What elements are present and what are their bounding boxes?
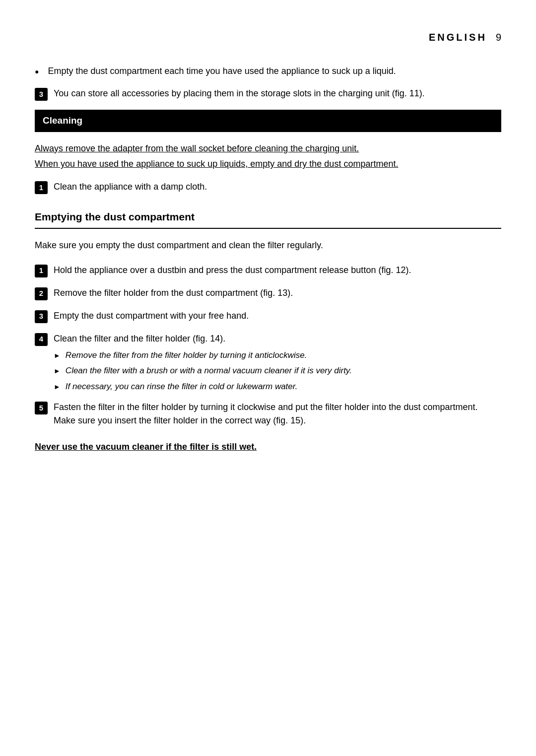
page-header: ENGLISH 9	[35, 30, 501, 45]
sub-bullet-arrow-icon-2: ►	[54, 366, 61, 376]
emptying-step-5-text: Fasten the filter in the filter holder b…	[54, 401, 501, 427]
cleaning-step-1: 1 Clean the appliance with a damp cloth.	[35, 180, 501, 194]
sub-bullet-2-text: Clean the filter with a brush or with a …	[66, 364, 501, 377]
emptying-step-3-text: Empty the dust compartment with your fre…	[54, 309, 501, 323]
cleaning-step-badge-1: 1	[35, 181, 48, 194]
cleaning-warning-1: Always remove the adapter from the wall …	[35, 142, 501, 156]
sub-bullet-arrow-icon-3: ►	[54, 382, 61, 392]
sub-bullet-3-text: If necessary, you can rinse the filter i…	[66, 380, 501, 393]
diamond-bullet-icon: ●	[35, 67, 39, 77]
emptying-step-badge-1: 1	[35, 265, 48, 277]
emptying-step-4: 4 Clean the filter and the filter holder…	[35, 332, 501, 346]
sub-bullet-1: ► Remove the filter from the filter hold…	[54, 349, 501, 362]
content-area: ● Empty the dust compartment each time y…	[35, 65, 501, 454]
cleaning-warning-2: When you have used the appliance to suck…	[35, 157, 501, 171]
never-text: Never use the vacuum cleaner if the filt…	[35, 440, 501, 454]
emptying-step-badge-5: 5	[35, 402, 48, 414]
emptying-step-5: 5 Fasten the filter in the filter holder…	[35, 401, 501, 427]
cleaning-step-1-text: Clean the appliance with a damp cloth.	[54, 180, 501, 194]
cleaning-section-header: Cleaning	[35, 110, 501, 132]
emptying-intro-text: Make sure you empty the dust compartment…	[35, 239, 501, 253]
numbered-intro-item-3: 3 You can store all accessories by placi…	[35, 87, 501, 101]
bullet-item-liquid: ● Empty the dust compartment each time y…	[35, 65, 501, 78]
sub-bullet-2: ► Clean the filter with a brush or with …	[54, 364, 501, 377]
sub-bullet-1-text: Remove the filter from the filter holder…	[66, 349, 501, 362]
page-number: 9	[496, 30, 501, 45]
header-title: ENGLISH	[429, 30, 487, 45]
emptying-step-2: 2 Remove the filter holder from the dust…	[35, 286, 501, 300]
bullet-liquid-text: Empty the dust compartment each time you…	[48, 65, 501, 78]
emptying-step-4-text: Clean the filter and the filter holder (…	[54, 332, 501, 345]
sub-bullet-3: ► If necessary, you can rinse the filter…	[54, 380, 501, 393]
emptying-step-1-text: Hold the appliance over a dustbin and pr…	[54, 264, 501, 277]
emptying-step-badge-3: 3	[35, 310, 48, 323]
sub-bullet-arrow-icon-1: ►	[54, 350, 61, 361]
emptying-step-1: 1 Hold the appliance over a dustbin and …	[35, 264, 501, 277]
emptying-step-badge-4: 4	[35, 333, 48, 346]
emptying-section-title: Emptying the dust compartment	[35, 209, 501, 229]
step-3-intro-text: You can store all accessories by placing…	[54, 87, 501, 100]
step-badge-3-intro: 3	[35, 88, 48, 101]
emptying-step-badge-2: 2	[35, 287, 48, 300]
emptying-step-2-text: Remove the filter holder from the dust c…	[54, 286, 501, 300]
emptying-step-3: 3 Empty the dust compartment with your f…	[35, 309, 501, 323]
